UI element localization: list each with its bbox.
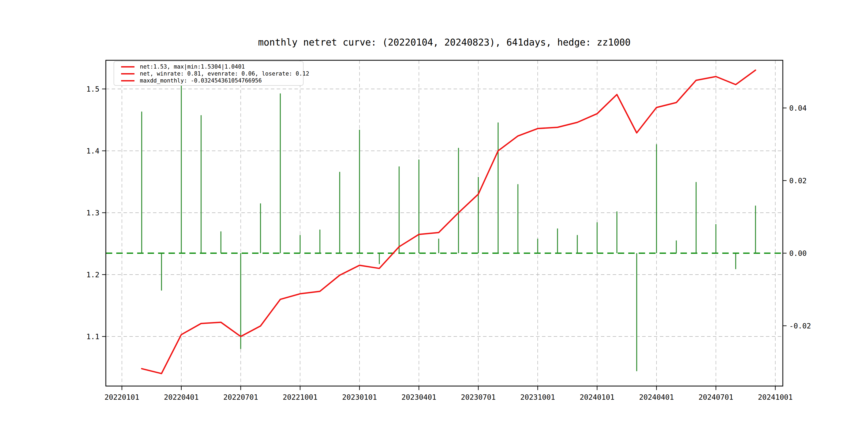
x-tick-label: 20220401 xyxy=(164,393,199,401)
legend-label-net: net:1.53, max|min:1.5304|1.0401 xyxy=(140,63,245,70)
legend-label-maxdd: maxdd_monthly: -0.032454361054766956 xyxy=(140,77,262,84)
y-tick-label-right: 0.04 xyxy=(789,104,807,112)
figure-canvas: monthly netret curve: (20220104, 2024082… xyxy=(0,0,868,434)
x-tick-label: 20241001 xyxy=(758,393,793,401)
x-tick-label: 20230101 xyxy=(342,393,377,401)
y-tick-label-left: 1.4 xyxy=(86,147,99,155)
legend-item: net:1.53, max|min:1.5304|1.0401 xyxy=(114,63,303,70)
legend-label-winrate: net, winrate: 0.81, evenrate: 0.06, lose… xyxy=(140,70,309,77)
red-line-icon xyxy=(121,73,134,74)
red-line-icon xyxy=(121,80,134,82)
x-tick-label: 20231001 xyxy=(520,393,555,401)
y-tick-label-left: 1.3 xyxy=(86,209,99,217)
x-tick-label: 20240401 xyxy=(639,393,674,401)
x-tick-label: 20240101 xyxy=(580,393,615,401)
axis-frame xyxy=(106,60,783,386)
x-tick-label: 20230701 xyxy=(461,393,496,401)
net-line xyxy=(142,70,755,374)
x-tick-label: 20221001 xyxy=(283,393,317,401)
x-tick-label: 20230401 xyxy=(402,393,436,401)
legend-item: net, winrate: 0.81, evenrate: 0.06, lose… xyxy=(114,70,303,77)
y-tick-label-left: 1.5 xyxy=(86,85,99,93)
x-tick-label: 20240701 xyxy=(699,393,733,401)
legend: net:1.53, max|min:1.5304|1.0401 net, win… xyxy=(114,61,304,86)
y-tick-label-right: -0.02 xyxy=(789,322,811,330)
y-tick-label-left: 1.2 xyxy=(86,271,99,279)
legend-item: maxdd_monthly: -0.032454361054766956 xyxy=(114,77,303,84)
y-tick-label-left: 1.1 xyxy=(86,333,99,341)
x-tick-label: 20220701 xyxy=(223,393,258,401)
x-tick-label: 20220101 xyxy=(104,393,139,401)
y-tick-label-right: 0.02 xyxy=(789,177,807,185)
y-tick-label-right: 0.00 xyxy=(789,249,807,257)
red-line-icon xyxy=(121,66,134,67)
